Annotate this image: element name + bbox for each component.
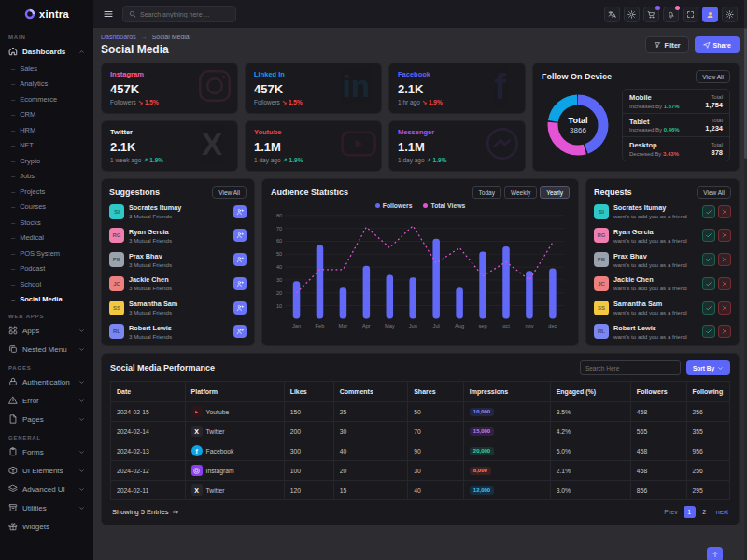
follow-on-device-card: Follow On Device View All Total3866 Mobi… [532, 63, 740, 172]
notifications-button[interactable] [663, 7, 679, 22]
search-input[interactable] [140, 11, 230, 18]
accept-request-button[interactable] [702, 325, 715, 338]
user-plus-icon [236, 304, 244, 312]
add-friend-button[interactable] [233, 277, 247, 290]
sidebar-subitem-jobs[interactable]: –Jobs [8, 169, 85, 185]
sidebar-item-dashboards[interactable]: Dashboards [8, 42, 85, 61]
sidebar-item-advanced-ui[interactable]: Advanced UI [8, 480, 85, 498]
add-friend-button[interactable] [233, 253, 247, 266]
decline-request-button[interactable] [718, 277, 731, 290]
cell-platform: XTwitter [185, 481, 284, 500]
column-header-followers: Followers [630, 382, 686, 402]
sidebar-subitem-hrm[interactable]: –HRM [8, 122, 85, 138]
brand-logo[interactable]: xintra [0, 0, 93, 28]
check-icon [705, 304, 712, 312]
sort-by-button[interactable]: Sort By [686, 360, 730, 375]
trend-up-icon: ↗ 1.9% [282, 157, 303, 163]
add-friend-button[interactable] [233, 301, 247, 315]
theme-toggle-button[interactable] [624, 7, 640, 22]
accept-request-button[interactable] [702, 205, 715, 218]
range-button-yearly[interactable]: Yearly [540, 186, 570, 199]
cart-button[interactable] [643, 7, 659, 22]
decline-request-button[interactable] [718, 325, 731, 338]
sidebar-subitem-courses[interactable]: –Courses [8, 200, 85, 216]
middle-row: Suggestions View All SISocrates Itumay3 … [101, 178, 740, 346]
scroll-to-top-button[interactable] [707, 547, 723, 560]
range-button-weekly[interactable]: Weekly [504, 186, 537, 199]
chevron-down-icon [78, 505, 85, 511]
add-friend-button[interactable] [233, 325, 247, 338]
fullscreen-button[interactable] [683, 7, 698, 22]
sidebar-subitem-crypto[interactable]: –Crypto [8, 153, 85, 169]
decline-request-button[interactable] [718, 229, 731, 242]
sidebar-item-error[interactable]: Error [8, 391, 85, 410]
sidebar-subitem-analytics[interactable]: –Analytics [8, 77, 85, 92]
stat-card-grid: Instagram457KFollowers ↘ 1.5%Linked In45… [101, 63, 526, 172]
column-header-shares: Shares [408, 382, 464, 402]
sidebar-item-apps[interactable]: Apps [8, 321, 85, 340]
sidebar-subitem-stocks[interactable]: –Stocks [8, 215, 85, 231]
cell-engaged: 5.0% [550, 441, 630, 461]
sidebar-subitem-social-media[interactable]: –Social Media [8, 292, 85, 308]
legend-item-total-views[interactable]: Total Views [423, 203, 465, 209]
sidebar-subitem-school[interactable]: –School [8, 276, 85, 292]
sidebar-subitem-projects[interactable]: –Projects [8, 184, 85, 200]
menu-toggle-icon[interactable] [103, 8, 114, 20]
request-item: RLRobert Lewiswant's to add you as a fri… [594, 324, 731, 340]
accept-request-button[interactable] [702, 277, 715, 290]
sidebar-subitem-nft[interactable]: –NFT [8, 138, 85, 154]
accept-request-button[interactable] [702, 301, 715, 315]
user-plus-icon [236, 231, 244, 239]
request-item: JCJackie Chenwant's to add you as a frie… [594, 275, 731, 291]
sidebar-subitem-pos-system[interactable]: –POS System [8, 245, 85, 261]
pagination-next[interactable]: next [716, 509, 728, 515]
settings-button[interactable] [722, 7, 738, 22]
decline-request-button[interactable] [718, 253, 731, 266]
breadcrumb-dashboards-link[interactable]: Dashboards [101, 34, 136, 40]
audience-statistics-chart: 1020304050607080JanFebMarAprMayJunJulAug… [271, 210, 570, 331]
decline-request-button[interactable] [718, 205, 731, 218]
requests-card: Requests View All SISocrates Itumaywant'… [585, 178, 740, 346]
language-button[interactable] [604, 7, 620, 22]
sidebar-item-ui-elements[interactable]: UI Elements [8, 461, 85, 480]
sidebar-item-nested-menu[interactable]: Nested Menu [8, 340, 85, 358]
suggestions-view-all-button[interactable]: View All [212, 186, 247, 199]
page-title: Social Media [101, 43, 190, 56]
pagination-prev[interactable]: Prev [664, 509, 677, 515]
twitter-watermark-icon: X [195, 124, 234, 163]
accept-request-button[interactable] [702, 253, 715, 266]
sidebar-item-pages[interactable]: Pages [8, 410, 85, 428]
profile[interactable] [702, 7, 718, 22]
column-header-platform: Platform [185, 382, 284, 402]
legend-item-followers[interactable]: Followers [375, 203, 413, 209]
requests-view-all-button[interactable]: View All [697, 186, 731, 199]
sidebar-subitem-medical[interactable]: –Medical [8, 231, 85, 246]
add-friend-button[interactable] [233, 229, 247, 242]
device-view-all-button[interactable]: View All [696, 70, 730, 83]
add-friend-button[interactable] [233, 205, 247, 218]
close-icon [721, 328, 728, 335]
chevron-down-icon [78, 398, 85, 404]
sidebar-item-forms[interactable]: Forms [8, 442, 85, 461]
copy-icon [8, 344, 18, 354]
sidebar-item-authentication[interactable]: Authentication [8, 372, 85, 391]
sidebar-item-widgets[interactable]: Widgets [8, 517, 85, 536]
pagination-page-2[interactable]: 2 [698, 506, 711, 518]
sidebar-subitem-sales[interactable]: –Sales [8, 61, 85, 77]
svg-text:nov: nov [525, 323, 533, 329]
filter-button[interactable]: Filter [645, 36, 688, 53]
sidebar-subitem-crm[interactable]: –CRM [8, 107, 85, 123]
pagination-page-1[interactable]: 1 [684, 506, 696, 518]
audience-statistics-card: Audience Statistics TodayWeeklyYearly Fo… [261, 178, 579, 346]
share-button[interactable]: Share [695, 36, 740, 53]
svg-text:Apr: Apr [362, 323, 371, 329]
sidebar-item-utilities[interactable]: Utilities [8, 498, 85, 517]
table-search-input[interactable] [580, 360, 681, 375]
range-button-today[interactable]: Today [472, 186, 501, 199]
sidebar-subitem-ecommerce[interactable]: –Ecommerce [8, 91, 85, 107]
suggestion-item: JCJackie Chen3 Mutual Friends [109, 275, 247, 291]
sidebar-subitem-podcast[interactable]: –Podcast [8, 261, 85, 277]
decline-request-button[interactable] [718, 301, 731, 315]
archive-icon [8, 503, 18, 512]
accept-request-button[interactable] [702, 229, 715, 242]
